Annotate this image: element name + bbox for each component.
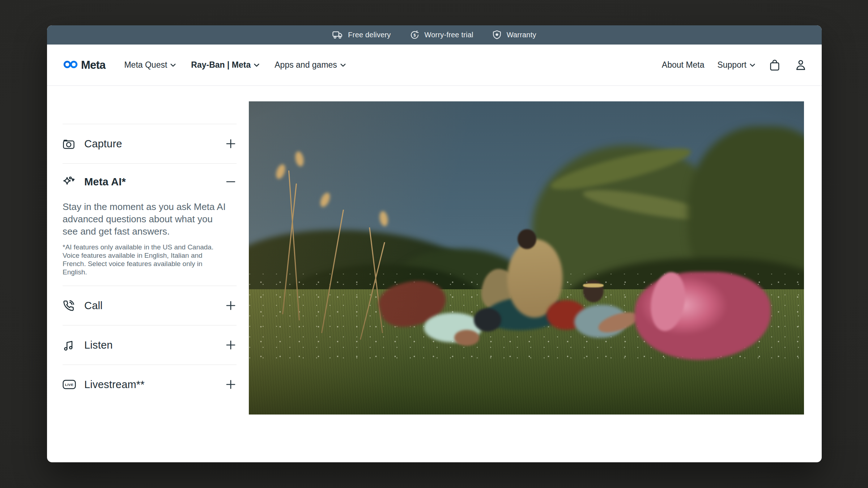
features-accordion: Capture Meta AI* [63,124,237,404]
hero-image [249,101,804,415]
truck-icon [332,31,343,39]
ai-sparkle-icon [63,176,76,188]
svg-text:$: $ [413,33,416,37]
accordion-item-label: Livestream** [84,379,145,391]
benefits-bar: Free delivery $ Worry-free trial [47,25,822,45]
benefit-warranty: Warranty [492,30,536,40]
benefit-label: Worry-free trial [425,31,473,39]
benefit-worry-free-trial: $ Worry-free trial [410,30,473,40]
nav-item-rayban-meta[interactable]: Ray-Ban | Meta [191,60,259,70]
meta-ai-footnote: *AI features only available in the US an… [63,243,218,276]
accordion-item-label: Capture [84,138,122,150]
nav-item-meta-quest[interactable]: Meta Quest [124,60,176,70]
accordion-item-capture[interactable]: Capture [63,124,237,163]
primary-menu: Meta Quest Ray-Ban | Meta Apps and games [124,60,345,70]
account-icon[interactable] [794,59,807,72]
meta-ai-description: Stay in the moment as you ask Meta AI ad… [63,201,228,237]
benefit-label: Free delivery [348,31,391,39]
hero-vignette [249,101,804,415]
accordion-item-label: Call [84,300,103,312]
meta-logo[interactable]: Meta [63,59,105,72]
svg-text:LIVE: LIVE [65,383,74,387]
chevron-down-icon [750,63,755,67]
expand-plus-icon[interactable] [225,300,237,311]
main-nav: Meta Meta Quest Ray-Ban | Meta Apps and … [47,45,822,86]
benefit-free-delivery: Free delivery [332,31,391,39]
benefit-label: Warranty [507,31,536,39]
music-note-icon [63,339,76,351]
nav-item-about-meta[interactable]: About Meta [662,60,705,70]
chevron-down-icon [340,63,346,67]
nav-item-label: About Meta [662,60,705,70]
accordion-item-listen[interactable]: Listen [63,325,237,365]
nav-item-support[interactable]: Support [717,60,755,70]
accordion-item-livestream[interactable]: LIVE Livestream** [63,365,237,404]
nav-item-label: Meta Quest [124,60,167,70]
collapse-minus-icon[interactable] [225,176,237,188]
nav-item-label: Ray-Ban | Meta [191,60,251,70]
browser-window: Free delivery $ Worry-free trial [47,25,822,462]
expand-plus-icon[interactable] [225,379,237,390]
live-badge-icon: LIVE [63,379,76,390]
nav-item-apps-and-games[interactable]: Apps and games [275,60,346,70]
accordion-item-meta-ai: Meta AI* Stay in the moment as you ask M… [63,164,237,286]
brand-wordmark: Meta [81,59,105,72]
dollar-refresh-icon: $ [410,30,420,40]
accordion-item-label: Meta AI* [84,176,126,188]
nav-item-label: Support [717,60,746,70]
nav-item-label: Apps and games [275,60,337,70]
bag-icon[interactable] [768,59,781,72]
accordion-item-meta-ai-header[interactable]: Meta AI* [63,164,237,200]
accordion-item-label: Listen [84,339,113,351]
camera-icon [63,138,76,150]
secondary-menu: About Meta Support [662,59,807,72]
expand-plus-icon[interactable] [225,339,237,351]
desktop-background: Free delivery $ Worry-free trial [0,0,868,488]
chevron-down-icon [170,63,176,67]
chevron-down-icon [254,63,259,67]
expand-plus-icon[interactable] [225,138,237,150]
meta-infinity-icon [63,59,78,71]
shield-star-icon [492,30,502,40]
accordion-item-call[interactable]: Call [63,286,237,325]
phone-call-icon [63,300,76,312]
